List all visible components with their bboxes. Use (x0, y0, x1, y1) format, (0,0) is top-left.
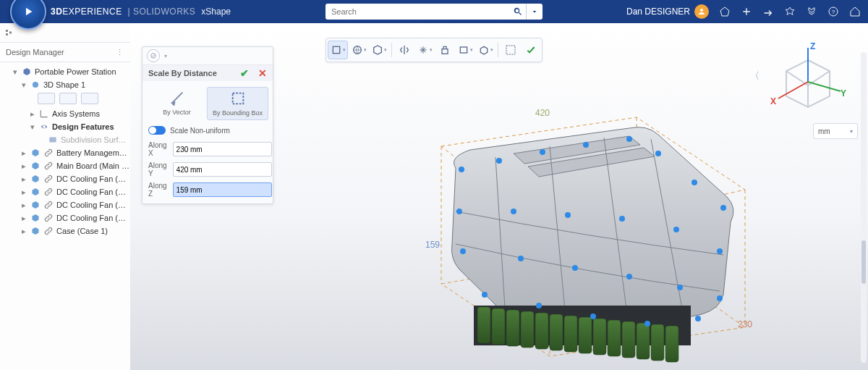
expand-icon[interactable]: ▸ (20, 188, 27, 197)
tree-node-component[interactable]: ▸DC Cooling Fan (DC Cooling F... (3, 185, 130, 198)
expand-icon[interactable]: ▸ (20, 161, 27, 171)
scrollbar-thumb[interactable] (861, 240, 866, 284)
expand-icon[interactable]: ▸ (20, 148, 27, 158)
search-input[interactable] (326, 7, 510, 16)
scale-non-uniform-toggle[interactable] (148, 126, 166, 135)
orientation-triad[interactable]: Z Y X (768, 42, 848, 122)
svg-point-2 (33, 82, 38, 88)
expand-icon[interactable]: ▾ (29, 122, 36, 132)
along-x-input[interactable] (173, 142, 272, 156)
svg-point-31 (717, 248, 723, 254)
chevron-down-icon (530, 7, 539, 16)
search-container (326, 4, 542, 20)
tool-transform[interactable]: ▾ (415, 41, 434, 59)
non-uniform-row: Scale Non-uniform (142, 123, 273, 139)
mode-by-vector[interactable]: By Vector (147, 87, 207, 120)
bounding-box-icon (230, 91, 246, 106)
cancel-button[interactable]: ✕ (258, 67, 267, 79)
tree-node-component[interactable]: ▸DC Cooling Fan (DC Cooling F... (3, 198, 130, 211)
svg-point-25 (720, 205, 726, 211)
along-y-input[interactable] (173, 162, 272, 177)
svg-point-20 (540, 149, 545, 155)
surface-icon (48, 135, 58, 145)
along-y-label: Along Y (148, 161, 167, 177)
expand-icon[interactable]: ▾ (20, 80, 27, 90)
app-name-label: xShape (201, 7, 231, 17)
design-manager-header: Design Manager ⋮ (0, 43, 130, 62)
play-icon (22, 5, 35, 18)
tool-mirror[interactable] (395, 41, 414, 59)
viewport-nav-left[interactable]: 〈 (750, 70, 760, 83)
toolbar-separator (498, 43, 498, 57)
confirm-button[interactable]: ✔ (240, 67, 249, 79)
tool-select-box[interactable]: ▾ (328, 41, 348, 59)
unit-value: mm (818, 127, 830, 135)
svg-rect-9 (550, 314, 563, 350)
view-chip[interactable] (38, 93, 55, 104)
tool-sheet[interactable]: ▾ (456, 41, 475, 59)
notifications-icon[interactable] (719, 6, 731, 17)
svg-line-51 (808, 82, 841, 91)
tree-node-component[interactable]: ▸DC Cooling Fan (DC Cooling F... (3, 172, 130, 185)
tree-node-component[interactable]: ▸DC Cooling Fan (DC Cooling F... (3, 211, 130, 224)
svg-point-22 (626, 136, 632, 142)
tool-measure[interactable] (501, 41, 520, 59)
svg-rect-6 (506, 310, 519, 346)
home-icon[interactable] (849, 6, 861, 17)
unit-selector[interactable]: mm ▾ (813, 123, 858, 139)
svg-point-34 (572, 265, 578, 271)
svg-point-43 (151, 54, 156, 59)
tree-node-component[interactable]: ▸Case (Case 1) (3, 224, 130, 237)
design-manager-title: Design Manager (6, 48, 64, 56)
collaborate-icon[interactable] (784, 6, 796, 17)
tree-node-component[interactable]: ▸Main Board (Main Board - FFF 1) (3, 159, 130, 172)
chevron-down-icon: ▾ (850, 128, 853, 135)
expand-icon[interactable]: ▾ (12, 67, 19, 77)
expand-icon[interactable]: ▸ (20, 227, 27, 236)
link-icon (43, 200, 54, 210)
search-submit-button[interactable] (510, 4, 526, 20)
tree-node-subdiv[interactable]: Subdivision Surface.1 (3, 133, 130, 146)
svg-point-42 (695, 316, 701, 321)
expand-icon[interactable]: ▸ (20, 214, 27, 223)
svg-rect-4 (477, 307, 490, 343)
link-icon (43, 161, 54, 171)
expand-icon[interactable]: ▸ (29, 109, 36, 119)
tool-globe[interactable]: ▾ (349, 41, 368, 59)
tool-apply[interactable] (522, 41, 540, 59)
share-icon[interactable] (762, 6, 774, 17)
panel-menu-icon[interactable]: ⋮ (116, 48, 124, 57)
mode-selector: By Vector By Bounding Box (142, 81, 273, 123)
help-icon[interactable]: ? (827, 6, 839, 17)
svg-rect-49 (506, 46, 515, 54)
svg-rect-15 (637, 323, 650, 359)
add-icon[interactable] (741, 6, 752, 17)
user-menu[interactable]: Dan DESIGNER (626, 4, 709, 19)
tool-extrude[interactable] (435, 41, 454, 59)
expand-icon[interactable]: ▸ (20, 175, 27, 184)
expand-icon[interactable]: ▸ (20, 201, 27, 210)
svg-point-35 (626, 274, 632, 279)
tree-node-component[interactable]: ▸Battery Management System (... (3, 146, 130, 159)
shape-icon (30, 80, 41, 90)
view-chip[interactable] (59, 93, 77, 104)
tree-root[interactable]: ▾ Portable Power Station (3, 65, 130, 78)
tree-node-axis[interactable]: ▸ Axis Systems (3, 107, 130, 120)
tool-cube-view[interactable]: ▾ (370, 41, 388, 59)
svg-point-26 (456, 209, 462, 214)
history-icon[interactable] (806, 6, 817, 17)
search-options-button[interactable] (526, 4, 542, 20)
chevron-down-icon[interactable]: ▾ (164, 53, 167, 59)
tool-box[interactable]: ▾ (476, 41, 495, 59)
panel-icon-row: ▾ (142, 47, 273, 65)
mode-by-bounding-box[interactable]: By Bounding Box (207, 87, 268, 120)
part-icon (30, 200, 41, 210)
along-z-input[interactable] (173, 182, 272, 197)
tree-node-shape[interactable]: ▾ 3D Shape 1 (3, 78, 130, 91)
tree-node-design-features[interactable]: ▾ Design Features (3, 120, 130, 133)
svg-point-32 (460, 248, 466, 254)
svg-rect-12 (593, 319, 606, 355)
view-chip[interactable] (81, 93, 98, 104)
left-panel: Design Manager ⋮ ▾ Portable Power Statio… (0, 23, 131, 370)
scrollbar[interactable] (861, 52, 867, 363)
